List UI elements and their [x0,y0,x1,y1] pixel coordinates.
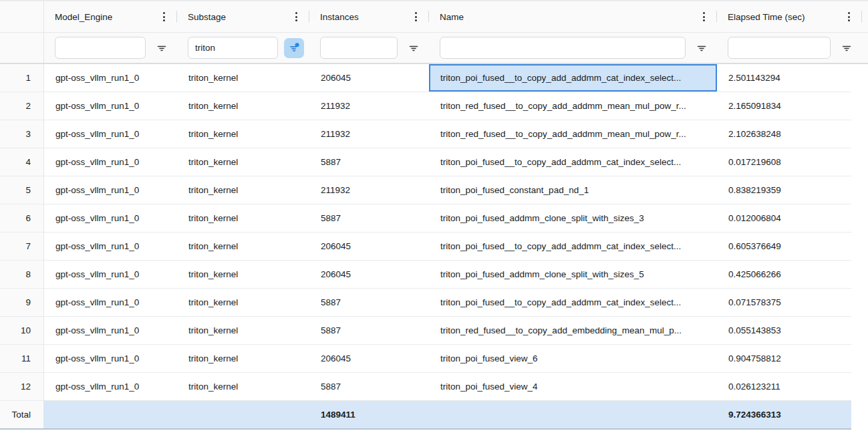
table-row: 4 gpt-oss_vllm_run1_0 triton_kernel 5887… [0,148,851,176]
cell-substage[interactable]: triton_kernel [177,176,309,204]
cell-model-engine[interactable]: gpt-oss_vllm_run1_0 [44,176,177,204]
cell-substage[interactable]: triton_kernel [177,233,309,260]
cell-model-engine[interactable]: gpt-oss_vllm_run1_0 [44,64,177,92]
cell-model-engine[interactable]: gpt-oss_vllm_run1_0 [44,92,177,120]
cell-elapsed[interactable]: 2.102638248 [717,120,851,148]
column-menu-icon[interactable] [845,8,853,25]
cell-instances[interactable]: 206045 [309,261,429,288]
cell-model-engine[interactable]: gpt-oss_vllm_run1_0 [44,317,177,344]
cell-substage[interactable]: triton_kernel [177,148,309,176]
cell-instances[interactable]: 206045 [309,345,429,372]
cell-name[interactable]: triton_poi_fused_constant_pad_nd_1 [429,176,717,204]
table-row: 8 gpt-oss_vllm_run1_0 triton_kernel 2060… [0,261,851,289]
cell-substage[interactable]: triton_kernel [177,92,309,120]
cell-substage[interactable]: triton_kernel [177,261,309,288]
cell-elapsed[interactable]: 2.501143294 [717,64,851,92]
cell-instances[interactable]: 211932 [309,120,429,148]
filter-icon [156,42,168,54]
column-label: Elapsed Time (sec) [728,12,845,22]
cell-model-engine[interactable]: gpt-oss_vllm_run1_0 [44,373,177,400]
cell-elapsed[interactable]: 0.055143853 [717,317,851,344]
cell-name[interactable]: triton_poi_fused__to_copy_add_addmm_cat_… [429,233,717,260]
cell-elapsed[interactable]: 0.425066266 [717,261,851,288]
cell-substage[interactable]: triton_kernel [177,373,309,400]
filter-cell-model-engine [44,33,177,63]
total-substage-cell [177,401,309,428]
total-instances-value: 1489411 [309,401,429,428]
table-row: 12 gpt-oss_vllm_run1_0 triton_kernel 588… [0,373,851,401]
cell-instances[interactable]: 5887 [309,204,429,232]
cell-name[interactable]: triton_poi_fused_addmm_clone_split_with_… [429,261,717,288]
cell-model-engine[interactable]: gpt-oss_vllm_run1_0 [44,261,177,288]
cell-substage[interactable]: triton_kernel [177,204,309,232]
cell-name[interactable]: triton_poi_fused_view_4 [429,373,717,400]
filter-input-elapsed-time[interactable] [728,37,831,59]
column-header-name[interactable]: Name [429,1,717,32]
cell-name[interactable]: triton_red_fused__to_copy_add_embedding_… [429,317,717,344]
cell-substage[interactable]: triton_kernel [177,120,309,148]
table-row: 1 gpt-oss_vllm_run1_0 triton_kernel 2060… [0,64,851,92]
filter-button-name[interactable] [692,38,712,58]
cell-model-engine[interactable]: gpt-oss_vllm_run1_0 [44,233,177,260]
cell-substage[interactable]: triton_kernel [177,345,309,372]
cell-elapsed[interactable]: 0.838219359 [717,176,851,204]
filter-input-model-engine[interactable] [55,37,146,59]
filter-cell-substage [177,33,309,63]
cell-elapsed[interactable]: 0.904758812 [717,345,851,372]
column-menu-icon[interactable] [160,8,168,25]
cell-substage[interactable]: triton_kernel [177,317,309,344]
cell-substage[interactable]: triton_kernel [177,64,309,92]
row-number-filter-spacer [0,33,44,63]
filter-button-instances[interactable] [404,38,424,58]
row-number: 11 [0,345,44,372]
cell-instances[interactable]: 211932 [309,176,429,204]
cell-model-engine[interactable]: gpt-oss_vllm_run1_0 [44,204,177,232]
cell-elapsed[interactable]: 0.017219608 [717,148,851,176]
cell-instances[interactable]: 5887 [309,148,429,176]
cell-elapsed[interactable]: 0.026123211 [717,373,851,400]
column-menu-icon[interactable] [293,8,300,25]
column-menu-icon[interactable] [412,8,420,25]
column-header-instances[interactable]: Instances [309,1,429,32]
cell-model-engine[interactable]: gpt-oss_vllm_run1_0 [44,148,177,176]
row-number: 8 [0,261,44,288]
cell-instances[interactable]: 211932 [309,92,429,120]
cell-name[interactable]: triton_poi_fused__to_copy_add_addmm_cat_… [429,289,717,316]
filter-button-model-engine[interactable] [152,38,172,58]
column-header-substage[interactable]: Substage [177,1,309,32]
cell-name[interactable]: triton_poi_fused__to_copy_add_addmm_cat_… [429,64,717,92]
filter-input-instances[interactable] [320,37,398,59]
cell-instances[interactable]: 206045 [309,64,429,92]
cell-name[interactable]: triton_poi_fused__to_copy_add_addmm_cat_… [429,148,717,176]
cell-name[interactable]: triton_red_fused__to_copy_add_addmm_mean… [429,92,717,120]
cell-instances[interactable]: 206045 [309,233,429,260]
filter-input-substage[interactable] [188,37,278,59]
cell-model-engine[interactable]: gpt-oss_vllm_run1_0 [44,289,177,316]
cell-elapsed[interactable]: 2.165091834 [717,92,851,120]
column-label: Model_Engine [55,12,160,22]
row-number: 2 [0,92,44,120]
column-header-elapsed-time[interactable]: Elapsed Time (sec) [717,1,862,32]
table-row: 7 gpt-oss_vllm_run1_0 triton_kernel 2060… [0,233,851,261]
column-menu-icon[interactable] [700,8,708,25]
cell-elapsed[interactable]: 0.071578375 [717,289,851,316]
cell-name[interactable]: triton_poi_fused_addmm_clone_split_with_… [429,204,717,232]
cell-elapsed[interactable]: 0.605376649 [717,233,851,260]
total-name-cell [429,401,717,428]
filter-button-substage-active[interactable] [284,38,304,58]
column-header-model-engine[interactable]: Model_Engine [44,1,177,32]
cell-substage[interactable]: triton_kernel [177,289,309,316]
cell-name[interactable]: triton_poi_fused_view_6 [429,345,717,372]
column-label: Instances [320,12,412,22]
cell-name[interactable]: triton_red_fused__to_copy_add_addmm_mean… [429,120,717,148]
filter-input-name[interactable] [440,37,686,59]
cell-instances[interactable]: 5887 [309,373,429,400]
filter-button-elapsed-time[interactable] [837,38,857,58]
cell-elapsed[interactable]: 0.012006804 [717,204,851,232]
cell-instances[interactable]: 5887 [309,317,429,344]
row-number: 7 [0,233,44,260]
cell-instances[interactable]: 5887 [309,289,429,316]
cell-model-engine[interactable]: gpt-oss_vllm_run1_0 [44,345,177,372]
cell-model-engine[interactable]: gpt-oss_vllm_run1_0 [44,120,177,148]
row-number: 6 [0,204,44,232]
